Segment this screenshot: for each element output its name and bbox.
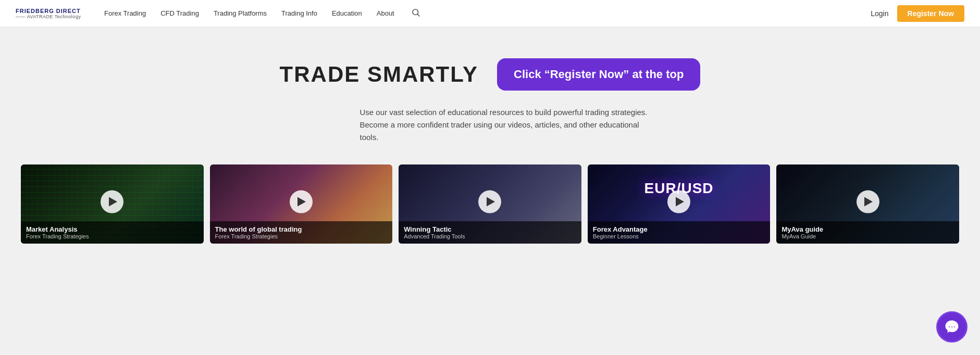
card-title-3: Winning Tactic <box>404 225 576 233</box>
chat-widget[interactable] <box>936 311 967 343</box>
logo: FRIEDBERG DIRECT —— AVATRADE Technology <box>16 8 83 19</box>
card-title-5: MyAva guide <box>781 225 954 233</box>
play-button-2[interactable] <box>290 191 313 213</box>
card-footer-5: MyAva guide MyAva Guide <box>776 221 959 244</box>
play-button-3[interactable] <box>478 191 501 213</box>
card-subtitle-4: Beginner Lessons <box>593 233 765 239</box>
chat-icon <box>944 319 960 335</box>
hero-title: TRADE SMARTLY <box>280 62 478 87</box>
video-card-global-trading[interactable]: The world of global trading Forex Tradin… <box>210 164 393 244</box>
card-title-2: The world of global trading <box>215 225 388 233</box>
login-button[interactable]: Login <box>871 9 888 18</box>
callout-bubble: Click “Register Now” at the top <box>497 58 700 91</box>
card-footer-2: The world of global trading Forex Tradin… <box>210 221 393 244</box>
nav-item-trading-platforms[interactable]: Trading Platforms <box>214 9 267 17</box>
logo-bottom-text: —— AVATRADE Technology <box>16 14 83 19</box>
card-subtitle-3: Advanced Trading Tools <box>404 233 576 239</box>
hero-section: TRADE SMARTLY Click “Register Now” at th… <box>21 58 959 144</box>
register-button[interactable]: Register Now <box>897 5 964 22</box>
video-card-myava-guide[interactable]: MyAva guide MyAva Guide <box>776 164 959 244</box>
nav-item-education[interactable]: Education <box>332 9 362 17</box>
search-icon[interactable] <box>411 8 420 19</box>
nav-item-trading-info[interactable]: Trading Info <box>281 9 317 17</box>
card-footer-4: Forex Advantage Beginner Lessons <box>588 221 771 244</box>
logo-top-text: FRIEDBERG DIRECT <box>16 8 83 14</box>
main-content: TRADE SMARTLY Click “Register Now” at th… <box>0 27 980 355</box>
play-button-1[interactable] <box>101 191 123 213</box>
header-right: Login Register Now <box>871 5 964 22</box>
play-button-5[interactable] <box>857 191 879 213</box>
card-footer-1: Market Analysis Forex Trading Strategies <box>21 221 204 244</box>
card-subtitle-1: Forex Trading Strategies <box>26 233 199 239</box>
video-card-forex-advantage[interactable]: EUR/USD Forex Advantage Beginner Lessons <box>588 164 771 244</box>
card-title-4: Forex Advantage <box>593 225 765 233</box>
card-title-1: Market Analysis <box>26 225 199 233</box>
nav-item-cfd-trading[interactable]: CFD Trading <box>160 9 199 17</box>
card-footer-3: Winning Tactic Advanced Trading Tools <box>399 221 581 244</box>
nav-item-about[interactable]: About <box>377 9 394 17</box>
main-nav: Forex Trading CFD Trading Trading Platfo… <box>104 8 871 19</box>
video-card-market-analysis[interactable]: Market Analysis Forex Trading Strategies <box>21 164 204 244</box>
hero-description: Use our vast selection of educational re… <box>329 106 652 144</box>
video-card-winning-tactic[interactable]: Winning Tactic Advanced Trading Tools <box>399 164 581 244</box>
cards-row: Market Analysis Forex Trading Strategies… <box>21 164 959 244</box>
header: FRIEDBERG DIRECT —— AVATRADE Technology … <box>0 0 980 27</box>
card-subtitle-2: Forex Trading Strategies <box>215 233 388 239</box>
nav-item-forex-trading[interactable]: Forex Trading <box>104 9 146 17</box>
svg-point-0 <box>413 9 418 15</box>
card-subtitle-5: MyAva Guide <box>781 233 954 239</box>
play-button-4[interactable] <box>667 191 690 213</box>
svg-line-1 <box>417 14 419 16</box>
